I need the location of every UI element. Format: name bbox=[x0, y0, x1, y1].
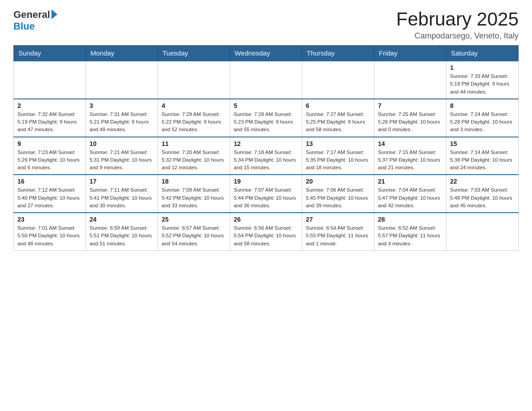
calendar-cell: 26Sunrise: 6:56 AM Sunset: 5:54 PM Dayli… bbox=[230, 213, 302, 250]
calendar-day-header-friday: Friday bbox=[374, 46, 446, 61]
calendar-cell: 8Sunrise: 7:24 AM Sunset: 5:28 PM Daylig… bbox=[446, 99, 519, 137]
day-number: 22 bbox=[450, 178, 515, 185]
calendar-day-header-thursday: Thursday bbox=[302, 46, 374, 61]
calendar-cell: 11Sunrise: 7:20 AM Sunset: 5:32 PM Dayli… bbox=[158, 137, 230, 175]
logo: General Blue bbox=[13, 9, 57, 32]
day-info: Sunrise: 6:59 AM Sunset: 5:51 PM Dayligh… bbox=[90, 224, 154, 248]
calendar-cell: 14Sunrise: 7:15 AM Sunset: 5:37 PM Dayli… bbox=[374, 137, 446, 175]
day-info: Sunrise: 7:11 AM Sunset: 5:41 PM Dayligh… bbox=[90, 186, 154, 210]
day-info: Sunrise: 6:52 AM Sunset: 5:57 PM Dayligh… bbox=[378, 224, 442, 248]
day-number: 8 bbox=[450, 102, 515, 109]
calendar-cell: 17Sunrise: 7:11 AM Sunset: 5:41 PM Dayli… bbox=[86, 175, 158, 213]
day-info: Sunrise: 7:29 AM Sunset: 5:22 PM Dayligh… bbox=[162, 111, 226, 134]
day-number: 28 bbox=[378, 216, 442, 223]
day-info: Sunrise: 7:12 AM Sunset: 5:40 PM Dayligh… bbox=[17, 186, 82, 210]
location-text: Campodarsego, Veneto, Italy bbox=[396, 31, 519, 41]
calendar-cell bbox=[158, 61, 230, 99]
calendar-cell: 18Sunrise: 7:09 AM Sunset: 5:42 PM Dayli… bbox=[158, 175, 230, 213]
week-row-3: 9Sunrise: 7:23 AM Sunset: 5:29 PM Daylig… bbox=[14, 137, 519, 175]
calendar-cell: 15Sunrise: 7:14 AM Sunset: 5:38 PM Dayli… bbox=[446, 137, 519, 175]
day-number: 18 bbox=[162, 178, 226, 185]
calendar-cell bbox=[374, 61, 446, 99]
day-number: 17 bbox=[90, 178, 154, 185]
day-info: Sunrise: 7:31 AM Sunset: 5:21 PM Dayligh… bbox=[90, 111, 154, 134]
day-number: 19 bbox=[234, 178, 298, 185]
day-number: 9 bbox=[17, 140, 82, 147]
calendar-cell: 25Sunrise: 6:57 AM Sunset: 5:52 PM Dayli… bbox=[158, 213, 230, 250]
day-number: 10 bbox=[90, 140, 154, 147]
day-number: 16 bbox=[17, 178, 82, 185]
week-row-2: 2Sunrise: 7:32 AM Sunset: 5:19 PM Daylig… bbox=[14, 99, 519, 137]
day-info: Sunrise: 7:32 AM Sunset: 5:19 PM Dayligh… bbox=[17, 111, 82, 134]
calendar-day-header-saturday: Saturday bbox=[446, 46, 519, 61]
day-info: Sunrise: 7:01 AM Sunset: 5:50 PM Dayligh… bbox=[17, 224, 82, 248]
day-info: Sunrise: 7:09 AM Sunset: 5:42 PM Dayligh… bbox=[162, 186, 226, 210]
calendar-cell: 20Sunrise: 7:06 AM Sunset: 5:45 PM Dayli… bbox=[302, 175, 374, 213]
calendar-cell bbox=[14, 61, 86, 99]
calendar-cell: 10Sunrise: 7:21 AM Sunset: 5:31 PM Dayli… bbox=[86, 137, 158, 175]
calendar-day-header-monday: Monday bbox=[86, 46, 158, 61]
calendar-cell: 7Sunrise: 7:25 AM Sunset: 5:26 PM Daylig… bbox=[374, 99, 446, 137]
day-number: 23 bbox=[17, 216, 82, 223]
week-row-5: 23Sunrise: 7:01 AM Sunset: 5:50 PM Dayli… bbox=[14, 213, 519, 250]
logo-triangle-icon bbox=[51, 9, 57, 19]
calendar-cell: 12Sunrise: 7:18 AM Sunset: 5:34 PM Dayli… bbox=[230, 137, 302, 175]
day-number: 7 bbox=[378, 102, 442, 109]
day-number: 12 bbox=[234, 140, 298, 147]
day-number: 1 bbox=[450, 64, 515, 71]
day-info: Sunrise: 7:25 AM Sunset: 5:26 PM Dayligh… bbox=[378, 111, 442, 134]
day-info: Sunrise: 7:28 AM Sunset: 5:23 PM Dayligh… bbox=[234, 111, 298, 134]
month-title: February 2025 bbox=[396, 9, 519, 30]
calendar-cell: 27Sunrise: 6:54 AM Sunset: 5:55 PM Dayli… bbox=[302, 213, 374, 250]
calendar-cell: 1Sunrise: 7:33 AM Sunset: 5:18 PM Daylig… bbox=[446, 61, 519, 99]
calendar-cell: 13Sunrise: 7:17 AM Sunset: 5:35 PM Dayli… bbox=[302, 137, 374, 175]
page-header: General Blue February 2025 Campodarsego,… bbox=[13, 9, 519, 41]
day-number: 21 bbox=[378, 178, 442, 185]
calendar-cell: 24Sunrise: 6:59 AM Sunset: 5:51 PM Dayli… bbox=[86, 213, 158, 250]
week-row-1: 1Sunrise: 7:33 AM Sunset: 5:18 PM Daylig… bbox=[14, 61, 519, 99]
day-number: 13 bbox=[306, 140, 370, 147]
calendar-cell bbox=[230, 61, 302, 99]
calendar-cell bbox=[446, 213, 519, 250]
day-number: 3 bbox=[90, 102, 154, 109]
calendar-cell: 28Sunrise: 6:52 AM Sunset: 5:57 PM Dayli… bbox=[374, 213, 446, 250]
calendar-day-header-wednesday: Wednesday bbox=[230, 46, 302, 61]
day-info: Sunrise: 7:06 AM Sunset: 5:45 PM Dayligh… bbox=[306, 186, 370, 210]
day-info: Sunrise: 7:21 AM Sunset: 5:31 PM Dayligh… bbox=[90, 149, 154, 172]
calendar-day-header-tuesday: Tuesday bbox=[158, 46, 230, 61]
calendar-day-header-sunday: Sunday bbox=[14, 46, 86, 61]
calendar-table: SundayMondayTuesdayWednesdayThursdayFrid… bbox=[13, 45, 519, 251]
title-block: February 2025 Campodarsego, Veneto, Ital… bbox=[396, 9, 519, 41]
week-row-4: 16Sunrise: 7:12 AM Sunset: 5:40 PM Dayli… bbox=[14, 175, 519, 213]
calendar-cell: 19Sunrise: 7:07 AM Sunset: 5:44 PM Dayli… bbox=[230, 175, 302, 213]
calendar-cell: 21Sunrise: 7:04 AM Sunset: 5:47 PM Dayli… bbox=[374, 175, 446, 213]
day-number: 20 bbox=[306, 178, 370, 185]
day-info: Sunrise: 7:24 AM Sunset: 5:28 PM Dayligh… bbox=[450, 111, 515, 134]
day-number: 2 bbox=[17, 102, 82, 109]
calendar-cell bbox=[302, 61, 374, 99]
day-number: 15 bbox=[450, 140, 515, 147]
day-info: Sunrise: 7:07 AM Sunset: 5:44 PM Dayligh… bbox=[234, 186, 298, 210]
logo-general-text: General bbox=[13, 9, 50, 21]
day-info: Sunrise: 7:04 AM Sunset: 5:47 PM Dayligh… bbox=[378, 186, 442, 210]
day-info: Sunrise: 6:57 AM Sunset: 5:52 PM Dayligh… bbox=[162, 224, 226, 248]
day-info: Sunrise: 7:18 AM Sunset: 5:34 PM Dayligh… bbox=[234, 149, 298, 172]
day-info: Sunrise: 7:15 AM Sunset: 5:37 PM Dayligh… bbox=[378, 149, 442, 172]
day-number: 25 bbox=[162, 216, 226, 223]
day-number: 26 bbox=[234, 216, 298, 223]
day-number: 24 bbox=[90, 216, 154, 223]
day-number: 5 bbox=[234, 102, 298, 109]
logo-blue-text: Blue bbox=[13, 21, 35, 32]
calendar-cell: 5Sunrise: 7:28 AM Sunset: 5:23 PM Daylig… bbox=[230, 99, 302, 137]
calendar-cell: 6Sunrise: 7:27 AM Sunset: 5:25 PM Daylig… bbox=[302, 99, 374, 137]
day-number: 27 bbox=[306, 216, 370, 223]
day-info: Sunrise: 7:33 AM Sunset: 5:18 PM Dayligh… bbox=[450, 73, 515, 96]
day-number: 14 bbox=[378, 140, 442, 147]
day-info: Sunrise: 6:54 AM Sunset: 5:55 PM Dayligh… bbox=[306, 224, 370, 248]
day-number: 4 bbox=[162, 102, 226, 109]
calendar-cell: 9Sunrise: 7:23 AM Sunset: 5:29 PM Daylig… bbox=[14, 137, 86, 175]
day-info: Sunrise: 7:14 AM Sunset: 5:38 PM Dayligh… bbox=[450, 149, 515, 172]
calendar-cell bbox=[86, 61, 158, 99]
day-info: Sunrise: 7:17 AM Sunset: 5:35 PM Dayligh… bbox=[306, 149, 370, 172]
calendar-header-row: SundayMondayTuesdayWednesdayThursdayFrid… bbox=[14, 46, 519, 61]
